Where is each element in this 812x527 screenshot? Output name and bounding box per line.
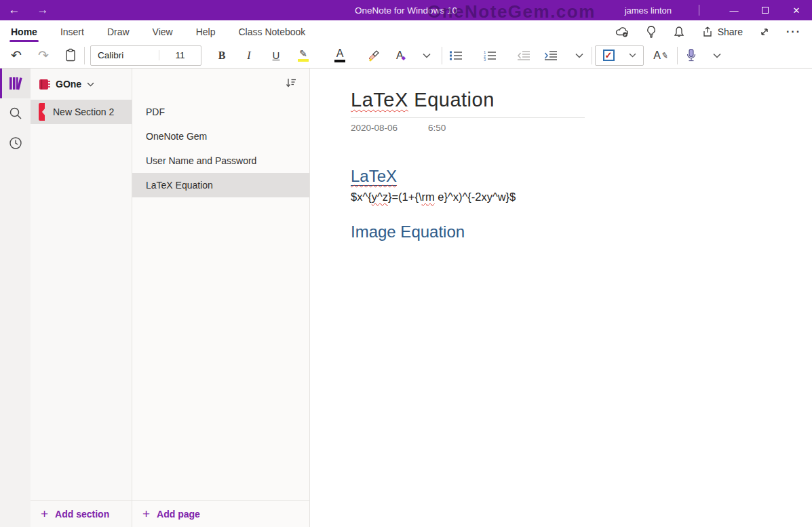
add-page-button[interactable]: + Add page: [132, 500, 309, 527]
indent-button[interactable]: [537, 45, 564, 66]
tab-class-notebook[interactable]: Class Notebook: [237, 22, 307, 41]
toolbar-separator: [592, 47, 592, 64]
back-icon[interactable]: ←: [0, 3, 28, 17]
clock-icon: [9, 136, 22, 150]
font-size-select[interactable]: 11: [159, 50, 201, 60]
notebook-chevron-icon: [87, 82, 94, 87]
toolbar-separator: [84, 47, 85, 64]
equation-segment: }=(1+{\: [388, 191, 422, 203]
full-screen-icon[interactable]: [758, 26, 771, 38]
image-equation-heading[interactable]: Image Equation: [351, 222, 812, 241]
paste-clipboard-icon[interactable]: [57, 45, 84, 66]
tab-draw[interactable]: Draw: [106, 22, 131, 41]
notebooks-nav-button[interactable]: [0, 69, 31, 98]
dictate-microphone-button[interactable]: [679, 45, 703, 66]
numbered-list-button[interactable]: 123: [476, 45, 503, 66]
share-icon: [701, 25, 714, 38]
page-label: PDF: [146, 106, 165, 117]
redo-button[interactable]: ↷: [30, 45, 57, 66]
svg-text:3: 3: [484, 58, 486, 62]
page-title[interactable]: LaTeX Equation: [351, 89, 812, 111]
page-title-word: LaTeX: [351, 89, 408, 111]
bullet-list-button[interactable]: [442, 45, 469, 66]
title-divider: [351, 117, 585, 118]
maximize-icon: [762, 7, 769, 14]
page-label: LaTeX Equation: [146, 180, 213, 191]
outdent-button[interactable]: [510, 45, 537, 66]
font-color-button[interactable]: A: [326, 45, 353, 66]
add-section-button[interactable]: + Add section: [31, 500, 132, 527]
page-title-rest: Equation: [408, 89, 495, 111]
page-label: OneNote Gem: [146, 131, 207, 142]
styles-letter: A: [653, 50, 661, 62]
close-button[interactable]: ✕: [781, 0, 812, 20]
paragraph-more-chevron-icon[interactable]: [571, 45, 587, 66]
tab-help[interactable]: Help: [195, 22, 217, 41]
section-label: New Section 2: [53, 106, 114, 117]
more-options-icon[interactable]: ···: [786, 26, 801, 38]
page-label: User Name and Password: [146, 155, 256, 166]
tab-home[interactable]: Home: [9, 22, 39, 41]
add-section-label: Add section: [55, 509, 109, 520]
page-item-username-password[interactable]: User Name and Password: [132, 149, 309, 173]
maximize-button[interactable]: [750, 0, 781, 20]
toolbar-separator: [677, 47, 678, 64]
equation-segment: e}^x)^{-2xy^w}$: [435, 191, 516, 203]
recent-notes-nav-button[interactable]: [0, 128, 31, 158]
highlighter-button[interactable]: ✎: [290, 45, 317, 66]
font-more-chevron-icon[interactable]: [419, 45, 435, 66]
library-books-icon: [7, 75, 24, 92]
page-date: 2020-08-06: [351, 123, 398, 133]
search-icon: [9, 106, 22, 120]
page-canvas[interactable]: LaTeX Equation 2020-08-06 6:50 LaTeX $x^…: [310, 69, 812, 527]
clear-formatting-eraser-icon: ◆: [402, 55, 406, 61]
notebook-name: GOne: [56, 79, 81, 90]
tab-view[interactable]: View: [151, 22, 174, 41]
todo-tag-split-button[interactable]: ✓: [595, 45, 644, 66]
italic-button[interactable]: I: [235, 45, 263, 66]
font-name-select[interactable]: Calibri: [91, 50, 159, 60]
undo-button[interactable]: ↶: [3, 45, 30, 66]
todo-chevron-icon: [629, 53, 636, 58]
font-color-bar: [334, 60, 345, 62]
notebook-icon: [39, 79, 50, 90]
share-button[interactable]: Share: [701, 25, 743, 38]
equation-segment-misspelled: rm: [422, 191, 435, 203]
forward-icon[interactable]: →: [28, 3, 57, 17]
latex-heading-text: LaTeX: [351, 167, 397, 185]
ribbon-tab-row: Home Insert Draw View Help Class Noteboo…: [0, 20, 812, 43]
sort-pages-button[interactable]: [285, 77, 297, 91]
dictate-chevron-icon[interactable]: [709, 45, 725, 66]
ideas-lightbulb-icon[interactable]: [645, 25, 657, 39]
page-item-latex-equation[interactable]: LaTeX Equation: [132, 173, 309, 197]
minimize-button[interactable]: —: [718, 0, 750, 20]
clear-formatting-button[interactable]: A ◆: [387, 45, 414, 66]
plus-icon: +: [41, 507, 48, 520]
page-item-pdf[interactable]: PDF: [132, 100, 309, 124]
font-group: Calibri 11: [90, 45, 201, 66]
latex-heading[interactable]: LaTeX: [351, 167, 812, 186]
equation-segment: $x^{: [351, 191, 372, 203]
highlighter-pen-icon: ✎: [299, 49, 307, 58]
sort-icon: [285, 77, 297, 88]
page-time: 6:50: [428, 123, 446, 133]
latex-equation-text[interactable]: $x^{y^z}=(1+{\rm e}^x)^{-2xy^w}$: [351, 191, 812, 203]
todo-checkbox-icon: ✓: [603, 50, 615, 61]
styles-button[interactable]: A ✎: [647, 45, 674, 66]
tab-insert[interactable]: Insert: [59, 22, 85, 41]
section-item[interactable]: New Section 2: [31, 100, 132, 124]
search-nav-button[interactable]: [0, 98, 31, 128]
equation-segment-misspelled: y^z: [372, 191, 388, 203]
plus-icon: +: [142, 507, 150, 520]
notifications-bell-icon[interactable]: [673, 25, 685, 39]
share-label: Share: [718, 26, 743, 37]
sync-status-icon[interactable]: [615, 25, 630, 39]
underline-button[interactable]: U: [263, 45, 290, 66]
page-item-onenote-gem[interactable]: OneNote Gem: [132, 124, 309, 149]
user-name[interactable]: james linton: [625, 5, 672, 16]
notebook-header[interactable]: GOne: [31, 69, 132, 100]
format-painter-button[interactable]: [360, 45, 387, 66]
add-page-label: Add page: [157, 509, 200, 520]
navigation-rail: [0, 69, 31, 527]
bold-button[interactable]: B: [208, 45, 235, 66]
